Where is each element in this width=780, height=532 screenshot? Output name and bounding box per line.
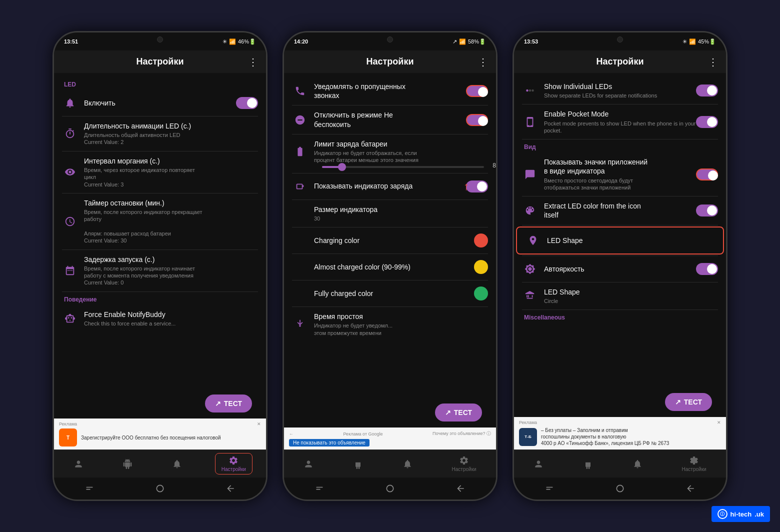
test-label-3: ТЕСТ — [684, 398, 702, 406]
item-missed-2[interactable]: Уведомлять о пропущенныхзвонках — [284, 77, 496, 105]
menu-icon-2[interactable]: ⋮ — [478, 56, 488, 68]
toggle-dnd-2[interactable] — [466, 114, 488, 126]
color-dot-yellow-2[interactable] — [474, 260, 488, 274]
color-dot-red-2[interactable] — [474, 234, 488, 248]
item-charging-color-2[interactable]: Charging color — [284, 228, 496, 254]
nav-bell-3[interactable] — [626, 457, 648, 471]
ad-close-1[interactable]: ✕ — [257, 422, 261, 426]
bottom-home-2[interactable] — [384, 482, 396, 494]
ad-text-3: – Без уплаты – Заполним и отправимгоспош… — [541, 427, 669, 446]
nav-profile-3[interactable] — [528, 457, 550, 471]
item-enable-1[interactable]: Включить — [54, 90, 266, 116]
nav-bar-3: Настройки — [514, 450, 726, 478]
nav-android-1[interactable] — [116, 457, 138, 471]
extract-icon-3 — [522, 202, 538, 218]
app-header-2: Настройки ⋮ — [284, 50, 496, 73]
menu-icon-1[interactable]: ⋮ — [248, 56, 258, 68]
item-fully-charged-2[interactable]: Fully charged color — [284, 280, 496, 306]
nav-bell-2[interactable] — [396, 457, 418, 471]
item-individual-leds-3[interactable]: Show Individual LEDs Show separate LEDs … — [514, 77, 726, 104]
svg-rect-9 — [546, 487, 552, 488]
item-subtitle-blink-1: Время, через которое индикатор повторяет… — [84, 166, 258, 188]
nav-profile-2[interactable] — [298, 457, 320, 471]
item-idle-2[interactable]: Время простоя Индикатор не будет уведомл… — [284, 307, 496, 342]
camera-3 — [617, 36, 623, 42]
bottom-back-2[interactable] — [454, 482, 466, 494]
bottom-back-3[interactable] — [684, 482, 696, 494]
item-startdelay-1[interactable]: Задержка запуска (с.) Время, после котор… — [54, 250, 266, 292]
nav-settings-2[interactable]: Настройки — [446, 454, 482, 474]
item-subtitle-idle-2: Индикатор не будет уведомл...этом промеж… — [314, 322, 488, 336]
bottom-recents-1[interactable] — [84, 482, 96, 494]
item-duration-1[interactable]: Длительность анимации LED (с.) Длительно… — [54, 116, 266, 151]
watermark-text: hi-tech — [730, 510, 752, 518]
status-bar-3: 13:53 ✳ 📶 45%🔋 — [514, 32, 726, 50]
item-title-app-icons-3: Показывать значки приложенийв виде индик… — [544, 158, 696, 176]
toggle-brightness-3[interactable] — [696, 263, 718, 275]
item-led-shape-3[interactable]: LED Shape Circle — [514, 282, 726, 310]
bottom-back-1[interactable] — [224, 482, 236, 494]
item-dnd-2[interactable]: Отключить в режиме Небеспокоить — [284, 106, 496, 134]
toggle-show-charge-2[interactable] — [466, 180, 488, 192]
ad-close-3[interactable]: ✕ — [717, 420, 721, 425]
toggle-extract-3[interactable] — [696, 204, 718, 216]
nav-settings-label-1: Настройки — [222, 466, 246, 472]
item-text-brightness-3: Автояркость — [544, 264, 696, 274]
ad-label-3: Реклама — [519, 420, 537, 425]
item-app-icons-3[interactable]: Показывать значки приложенийв виде индик… — [514, 152, 726, 196]
test-button-2[interactable]: ↗ ТЕСТ — [435, 404, 482, 422]
color-dot-green-2[interactable] — [474, 286, 488, 300]
item-subtitle-startdelay-1: Время, после которого индикатор начинает… — [84, 265, 258, 286]
item-almost-charged-2[interactable]: Almost charged color (90-99%) — [284, 254, 496, 280]
item-auto-brightness-3[interactable]: Автояркость — [514, 256, 726, 282]
test-button-3[interactable]: ↗ ТЕСТ — [665, 393, 712, 411]
item-title-fully-charged-2: Fully charged color — [314, 289, 474, 298]
back-btn-2[interactable]: ← — [289, 432, 294, 436]
slider-thumb-2[interactable] — [338, 163, 346, 171]
item-battery-limit-2[interactable]: Лимит заряда батареи Индикатор не будет … — [284, 134, 496, 173]
bluetooth-icon: ✳ — [222, 38, 227, 45]
toggle-enable-1[interactable] — [236, 97, 258, 109]
slider-area-2[interactable]: 8 — [292, 164, 488, 168]
toggle-individual-3[interactable] — [696, 84, 718, 96]
item-pocket-mode-3[interactable]: Enable Pocket Mode Pocket mode prevents … — [514, 104, 726, 139]
svg-rect-0 — [86, 487, 92, 488]
watermark-domain: .uk — [754, 510, 764, 518]
app-title-2: Настройки — [366, 56, 414, 67]
item-text-stoptimer-1: Таймер остановки (мин.) Время, после кот… — [84, 198, 258, 244]
toggle-app-icons-3[interactable] — [696, 168, 718, 180]
bottom-home-3[interactable] — [614, 482, 626, 494]
slider-track-2[interactable]: 8 — [322, 166, 484, 168]
bottom-home-1[interactable] — [154, 482, 166, 494]
item-blink-1[interactable]: Интервал моргания (с.) Время, через кото… — [54, 152, 266, 193]
test-button-1[interactable]: ↗ ТЕСТ — [205, 394, 252, 412]
item-size-2[interactable]: Размер индикатора 30 — [284, 200, 496, 227]
nav-android-3[interactable] — [577, 457, 599, 471]
bottom-recents-2[interactable] — [314, 482, 326, 494]
nav-bell-1[interactable] — [166, 457, 188, 471]
toggle-missed-2[interactable] — [466, 85, 488, 97]
nav-profile-1[interactable] — [68, 457, 90, 471]
bell-icon-1 — [62, 95, 78, 111]
svg-rect-3 — [316, 487, 322, 488]
item-show-charge-2[interactable]: Показывать индикатор заряда ↑ — [284, 174, 496, 200]
nav-icon-2: ↗ — [452, 38, 457, 45]
menu-icon-3[interactable]: ⋮ — [708, 56, 718, 68]
settings-scroll-3: Show Individual LEDs Show separate LEDs … — [514, 73, 726, 387]
camera-2 — [387, 36, 393, 42]
screen-1: Настройки ⋮ LED Включить — [54, 50, 266, 450]
nav-settings-1[interactable]: Настройки — [215, 453, 252, 474]
item-force-1[interactable]: Force Enable NotifyBuddy Check this to f… — [54, 305, 266, 332]
nav-android-2[interactable] — [347, 457, 369, 471]
svg-point-5 — [386, 485, 393, 492]
item-position-3[interactable]: LED Shape — [516, 226, 724, 254]
ad-why-2[interactable]: Почему это объявление? ⓘ — [432, 430, 491, 437]
item-stoptimer-1[interactable]: Таймер остановки (мин.) Время, после кот… — [54, 194, 266, 250]
ad-no-show-2[interactable]: Не показывать это объявление — [289, 439, 370, 446]
bottom-recents-3[interactable] — [544, 482, 556, 494]
toggle-pocket-3[interactable] — [696, 116, 718, 128]
nav-settings-3[interactable]: Настройки — [676, 454, 712, 474]
section-view-3: Вид — [514, 140, 726, 152]
status-bar-1: 13:51 ✳ 📶 46%🔋 — [54, 32, 266, 50]
item-extract-color-3[interactable]: Extract LED color from the iconitself — [514, 196, 726, 224]
